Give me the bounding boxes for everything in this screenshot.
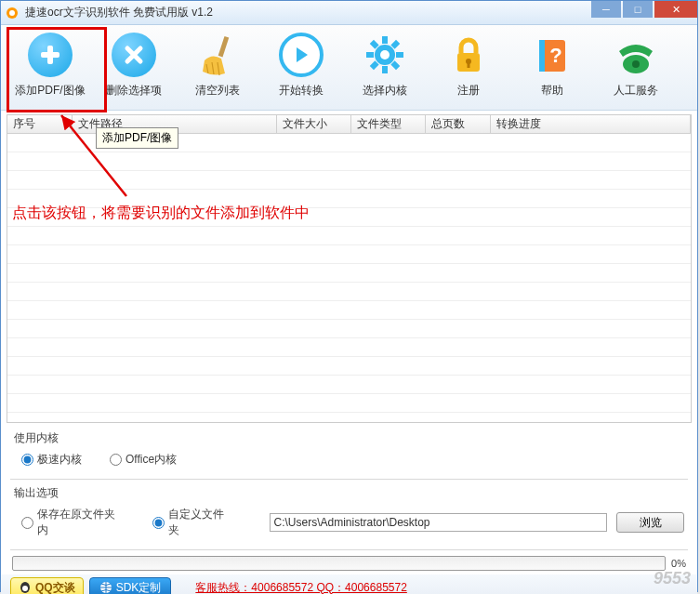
help-button[interactable]: ? 帮助 [510, 31, 594, 108]
svg-rect-9 [366, 52, 374, 58]
x-icon [123, 44, 145, 66]
clear-list-button[interactable]: 清空列表 [176, 31, 259, 108]
broom-icon [195, 33, 240, 77]
manual-service-button[interactable]: 人工服务 [594, 31, 678, 108]
browse-button[interactable]: 浏览 [616, 512, 684, 533]
svg-rect-8 [382, 66, 388, 73]
register-button[interactable]: 注册 [427, 31, 510, 108]
tool-label: 清空列表 [195, 83, 240, 99]
col-pages[interactable]: 总页数 [426, 115, 491, 133]
tool-label: 删除选择项 [106, 83, 162, 99]
svg-rect-14 [390, 60, 400, 70]
table-body[interactable] [7, 134, 691, 422]
close-button[interactable]: ✕ [654, 1, 697, 18]
file-table: 序号 文件路径 文件大小 文件类型 总页数 转换进度 [7, 114, 692, 423]
col-progress[interactable]: 转换进度 [491, 115, 691, 133]
svg-point-15 [380, 50, 390, 59]
maximize-button[interactable]: □ [623, 1, 653, 18]
output-keep-radio[interactable]: 保存在原文件夹内 [21, 507, 125, 538]
app-window: 捷速ocr文字识别软件 免费试用版 v1.2 ─ □ ✕ 点击该按钮，将需要识别… [0, 0, 698, 592]
output-path-input[interactable] [270, 513, 608, 532]
tool-label: 添加PDF/图像 [15, 83, 85, 99]
svg-point-1 [9, 10, 15, 16]
help-book-icon: ? [530, 33, 575, 77]
progress-percent: 0% [671, 558, 686, 569]
svg-rect-12 [370, 60, 379, 70]
plus-icon [37, 42, 63, 68]
col-size[interactable]: 文件大小 [277, 115, 351, 133]
svg-rect-4 [41, 52, 59, 58]
gear-icon [363, 33, 407, 77]
kernel-fast-radio[interactable]: 极速内核 [21, 452, 82, 468]
output-title: 输出选项 [14, 485, 684, 501]
svg-rect-11 [390, 40, 400, 49]
play-icon [292, 46, 310, 64]
svg-rect-13 [370, 40, 379, 49]
progress-bar [12, 556, 666, 571]
tooltip: 添加PDF/图像 [96, 127, 178, 149]
hotline-link[interactable]: 客服热线：4006685572 QQ：4006685572 [195, 580, 406, 595]
col-type[interactable]: 文件类型 [351, 115, 426, 133]
col-seq[interactable]: 序号 [7, 115, 73, 133]
select-kernel-button[interactable]: 选择内核 [343, 31, 427, 108]
app-icon [5, 6, 20, 20]
add-pdf-button[interactable]: 添加PDF/图像 [8, 31, 92, 108]
qq-icon [19, 581, 32, 594]
toolbar: 添加PDF/图像 删除选择项 清空列表 开始转换 [1, 25, 697, 111]
kernel-section: 使用内核 极速内核 Office内核 [1, 427, 697, 477]
qq-chat-button[interactable]: QQ交谈 [10, 577, 84, 595]
globe-icon [99, 581, 112, 594]
minimize-button[interactable]: ─ [591, 1, 621, 18]
tool-label: 帮助 [541, 83, 563, 99]
output-custom-radio[interactable]: 自定义文件夹 [152, 507, 233, 538]
lock-icon [446, 33, 491, 77]
svg-rect-18 [468, 62, 470, 68]
output-section: 输出选项 保存在原文件夹内 自定义文件夹 浏览 [1, 482, 697, 548]
tool-label: 选择内核 [363, 83, 407, 99]
delete-selected-button[interactable]: 删除选择项 [92, 31, 176, 108]
svg-rect-20 [539, 40, 545, 72]
svg-point-23 [632, 60, 640, 68]
kernel-title: 使用内核 [14, 430, 684, 446]
tool-label: 注册 [457, 83, 480, 99]
progress-row: 0% [1, 552, 697, 574]
titlebar: 捷速ocr文字识别软件 免费试用版 v1.2 ─ □ ✕ [1, 1, 697, 25]
tool-label: 人工服务 [614, 83, 658, 99]
sdk-custom-button[interactable]: SDK定制 [89, 577, 172, 595]
footer: QQ交谈 SDK定制 客服热线：4006685572 QQ：4006685572 [1, 574, 697, 594]
phone-icon [614, 33, 658, 77]
svg-rect-5 [218, 36, 230, 57]
svg-rect-7 [382, 36, 388, 44]
svg-text:?: ? [549, 44, 561, 67]
svg-point-25 [22, 586, 28, 591]
svg-rect-10 [396, 52, 403, 58]
start-convert-button[interactable]: 开始转换 [259, 31, 343, 108]
tool-label: 开始转换 [279, 83, 324, 99]
kernel-office-radio[interactable]: Office内核 [110, 452, 177, 468]
